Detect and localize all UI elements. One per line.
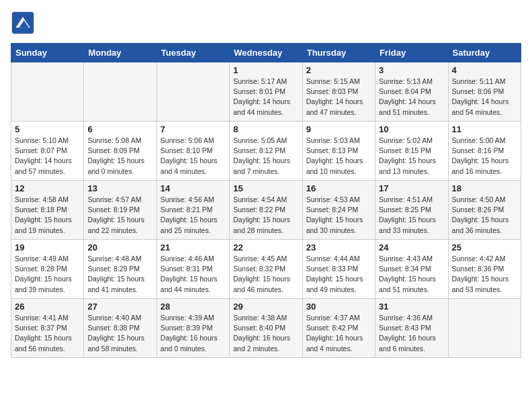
day-number: 5	[15, 124, 80, 134]
day-info: Sunrise: 4:39 AM Sunset: 8:39 PM Dayligh…	[161, 313, 226, 354]
day-number: 20	[87, 242, 152, 253]
calendar-cell: 5Sunrise: 5:10 AM Sunset: 8:07 PM Daylig…	[11, 122, 84, 181]
calendar-cell: 2Sunrise: 5:15 AM Sunset: 8:03 PM Daylig…	[302, 62, 375, 122]
day-info: Sunrise: 4:54 AM Sunset: 8:22 PM Dayligh…	[233, 195, 298, 236]
page-header	[11, 11, 521, 35]
day-info: Sunrise: 5:08 AM Sunset: 8:09 PM Dayligh…	[87, 136, 152, 177]
calendar-cell: 19Sunrise: 4:49 AM Sunset: 8:28 PM Dayli…	[11, 240, 84, 299]
day-info: Sunrise: 5:17 AM Sunset: 8:01 PM Dayligh…	[233, 77, 298, 118]
day-number: 24	[379, 242, 444, 253]
calendar-cell: 25Sunrise: 4:42 AM Sunset: 8:36 PM Dayli…	[448, 240, 521, 299]
calendar-cell: 11Sunrise: 5:00 AM Sunset: 8:16 PM Dayli…	[448, 122, 521, 181]
day-number: 23	[306, 242, 371, 253]
calendar-cell	[157, 62, 229, 122]
calendar-cell: 12Sunrise: 4:58 AM Sunset: 8:18 PM Dayli…	[11, 181, 84, 240]
logo	[11, 11, 38, 35]
day-info: Sunrise: 4:41 AM Sunset: 8:37 PM Dayligh…	[15, 313, 80, 354]
day-number: 10	[379, 124, 444, 134]
weekday-header: Friday	[375, 44, 448, 62]
calendar-cell: 31Sunrise: 4:36 AM Sunset: 8:43 PM Dayli…	[375, 299, 448, 358]
day-info: Sunrise: 5:02 AM Sunset: 8:15 PM Dayligh…	[379, 136, 444, 177]
day-info: Sunrise: 5:11 AM Sunset: 8:06 PM Dayligh…	[452, 77, 517, 118]
day-number: 12	[15, 183, 80, 193]
day-info: Sunrise: 4:43 AM Sunset: 8:34 PM Dayligh…	[379, 254, 444, 295]
calendar-cell	[448, 299, 521, 358]
calendar-cell: 27Sunrise: 4:40 AM Sunset: 8:38 PM Dayli…	[84, 299, 157, 358]
calendar-cell: 20Sunrise: 4:48 AM Sunset: 8:29 PM Dayli…	[84, 240, 157, 299]
day-number: 9	[306, 124, 371, 134]
calendar-cell: 16Sunrise: 4:53 AM Sunset: 8:24 PM Dayli…	[302, 181, 375, 240]
day-number: 30	[306, 302, 371, 312]
calendar-cell: 24Sunrise: 4:43 AM Sunset: 8:34 PM Dayli…	[375, 240, 448, 299]
calendar-week-row: 12Sunrise: 4:58 AM Sunset: 8:18 PM Dayli…	[11, 181, 521, 240]
weekday-header: Wednesday	[230, 44, 302, 62]
day-info: Sunrise: 5:10 AM Sunset: 8:07 PM Dayligh…	[15, 136, 80, 177]
calendar-cell: 10Sunrise: 5:02 AM Sunset: 8:15 PM Dayli…	[375, 122, 448, 181]
day-number: 28	[161, 302, 226, 312]
day-number: 2	[306, 65, 371, 75]
day-number: 22	[233, 242, 298, 253]
calendar-cell: 1Sunrise: 5:17 AM Sunset: 8:01 PM Daylig…	[230, 62, 302, 122]
day-number: 26	[15, 302, 80, 312]
weekday-header: Monday	[84, 44, 157, 62]
calendar-week-row: 5Sunrise: 5:10 AM Sunset: 8:07 PM Daylig…	[11, 122, 521, 181]
day-info: Sunrise: 4:38 AM Sunset: 8:40 PM Dayligh…	[233, 313, 298, 354]
day-info: Sunrise: 4:51 AM Sunset: 8:25 PM Dayligh…	[379, 195, 444, 236]
day-info: Sunrise: 4:56 AM Sunset: 8:21 PM Dayligh…	[161, 195, 226, 236]
day-number: 6	[87, 124, 152, 134]
day-info: Sunrise: 4:44 AM Sunset: 8:33 PM Dayligh…	[306, 254, 371, 295]
calendar-cell: 7Sunrise: 5:06 AM Sunset: 8:10 PM Daylig…	[157, 122, 229, 181]
calendar-cell: 22Sunrise: 4:45 AM Sunset: 8:32 PM Dayli…	[230, 240, 302, 299]
day-info: Sunrise: 5:15 AM Sunset: 8:03 PM Dayligh…	[306, 77, 371, 118]
day-number: 8	[233, 124, 298, 134]
day-number: 21	[161, 242, 226, 253]
day-number: 7	[161, 124, 226, 134]
calendar-week-row: 19Sunrise: 4:49 AM Sunset: 8:28 PM Dayli…	[11, 240, 521, 299]
calendar-cell	[84, 62, 157, 122]
day-number: 31	[379, 302, 444, 312]
day-number: 16	[306, 183, 371, 193]
day-info: Sunrise: 4:58 AM Sunset: 8:18 PM Dayligh…	[15, 195, 80, 236]
calendar-cell: 14Sunrise: 4:56 AM Sunset: 8:21 PM Dayli…	[157, 181, 229, 240]
day-info: Sunrise: 5:13 AM Sunset: 8:04 PM Dayligh…	[379, 77, 444, 118]
day-info: Sunrise: 4:42 AM Sunset: 8:36 PM Dayligh…	[452, 254, 517, 295]
weekday-header: Tuesday	[157, 44, 229, 62]
day-number: 15	[233, 183, 298, 193]
calendar-week-row: 26Sunrise: 4:41 AM Sunset: 8:37 PM Dayli…	[11, 299, 521, 358]
day-info: Sunrise: 5:06 AM Sunset: 8:10 PM Dayligh…	[161, 136, 226, 177]
calendar-week-row: 1Sunrise: 5:17 AM Sunset: 8:01 PM Daylig…	[11, 62, 521, 122]
calendar-cell: 26Sunrise: 4:41 AM Sunset: 8:37 PM Dayli…	[11, 299, 84, 358]
weekday-header-row: SundayMondayTuesdayWednesdayThursdayFrid…	[11, 44, 521, 62]
calendar-cell: 18Sunrise: 4:50 AM Sunset: 8:26 PM Dayli…	[448, 181, 521, 240]
day-info: Sunrise: 4:37 AM Sunset: 8:42 PM Dayligh…	[306, 313, 371, 354]
day-number: 3	[379, 65, 444, 75]
day-number: 4	[452, 65, 517, 75]
weekday-header: Sunday	[11, 44, 84, 62]
day-info: Sunrise: 5:05 AM Sunset: 8:12 PM Dayligh…	[233, 136, 298, 177]
day-number: 1	[233, 65, 298, 75]
calendar-cell: 17Sunrise: 4:51 AM Sunset: 8:25 PM Dayli…	[375, 181, 448, 240]
day-info: Sunrise: 4:53 AM Sunset: 8:24 PM Dayligh…	[306, 195, 371, 236]
weekday-header: Thursday	[302, 44, 375, 62]
weekday-header: Saturday	[448, 44, 521, 62]
calendar-cell: 9Sunrise: 5:03 AM Sunset: 8:13 PM Daylig…	[302, 122, 375, 181]
calendar-cell: 13Sunrise: 4:57 AM Sunset: 8:19 PM Dayli…	[84, 181, 157, 240]
logo-icon	[11, 11, 35, 35]
day-number: 27	[87, 302, 152, 312]
calendar-cell: 6Sunrise: 5:08 AM Sunset: 8:09 PM Daylig…	[84, 122, 157, 181]
calendar-cell: 29Sunrise: 4:38 AM Sunset: 8:40 PM Dayli…	[230, 299, 302, 358]
calendar-cell: 23Sunrise: 4:44 AM Sunset: 8:33 PM Dayli…	[302, 240, 375, 299]
day-number: 25	[452, 242, 517, 253]
calendar-cell: 4Sunrise: 5:11 AM Sunset: 8:06 PM Daylig…	[448, 62, 521, 122]
calendar-cell	[11, 62, 84, 122]
day-number: 17	[379, 183, 444, 193]
day-info: Sunrise: 5:03 AM Sunset: 8:13 PM Dayligh…	[306, 136, 371, 177]
day-number: 29	[233, 302, 298, 312]
calendar-cell: 8Sunrise: 5:05 AM Sunset: 8:12 PM Daylig…	[230, 122, 302, 181]
calendar-table: SundayMondayTuesdayWednesdayThursdayFrid…	[11, 43, 521, 358]
day-number: 11	[452, 124, 517, 134]
day-info: Sunrise: 4:50 AM Sunset: 8:26 PM Dayligh…	[452, 195, 517, 236]
day-info: Sunrise: 4:45 AM Sunset: 8:32 PM Dayligh…	[233, 254, 298, 295]
day-info: Sunrise: 4:40 AM Sunset: 8:38 PM Dayligh…	[87, 313, 152, 354]
day-info: Sunrise: 4:46 AM Sunset: 8:31 PM Dayligh…	[161, 254, 226, 295]
